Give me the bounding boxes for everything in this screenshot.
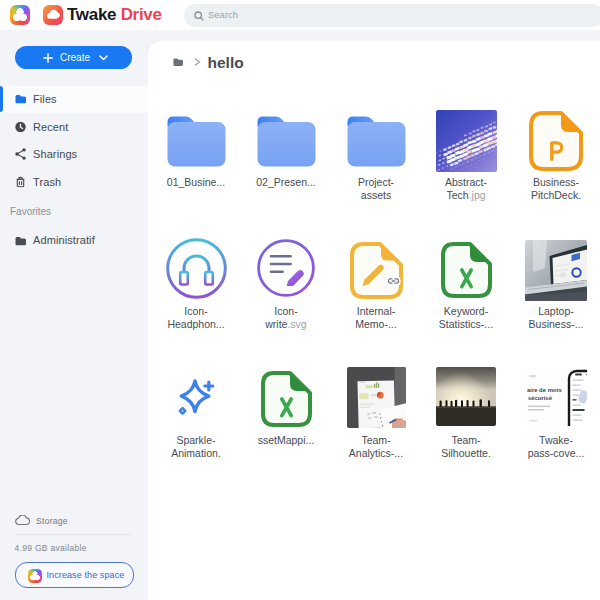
svg-text:aire de mots: aire de mots	[527, 387, 562, 393]
svg-text:sécurisé: sécurisé	[528, 395, 553, 401]
